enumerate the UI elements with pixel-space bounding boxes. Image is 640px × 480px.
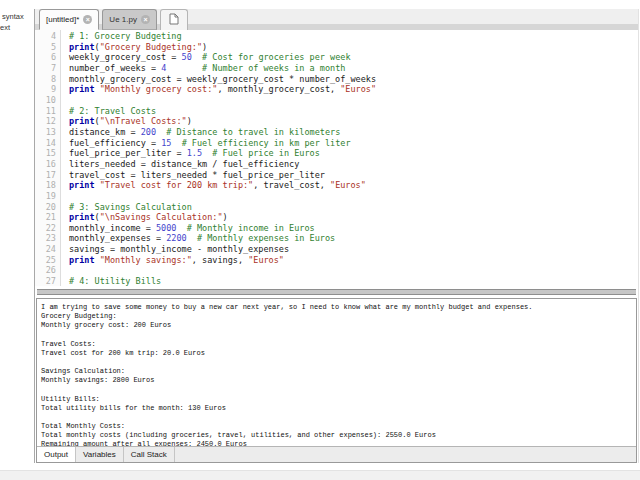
output-line: Grocery Budgeting: — [41, 312, 636, 321]
output-tab-bar: Output Variables Call Stack — [37, 446, 636, 462]
code-line: savings = monthly_income - monthly_expen… — [69, 244, 638, 255]
output-line — [41, 330, 636, 339]
code-editor[interactable]: 4567891011121314151617181920212223242526… — [35, 30, 638, 286]
code-line: # 2: Travel Costs — [69, 106, 638, 117]
code-line: print("Grocery Budgeting:") — [69, 42, 638, 53]
line-number: 21 — [35, 212, 56, 223]
line-number: 20 — [35, 202, 56, 213]
line-number: 7 — [35, 63, 56, 74]
line-number-gutter: 4567891011121314151617181920212223242526… — [35, 30, 61, 286]
cutoff-text-syntax: syntax — [2, 12, 24, 21]
code-line: print("\nTravel Costs:") — [69, 116, 638, 127]
code-text[interactable]: # 1: Grocery Budgetingprint("Grocery Bud… — [61, 30, 638, 286]
line-number: 17 — [35, 170, 56, 181]
output-line: Savings Calculation: — [41, 367, 636, 376]
new-file-button[interactable] — [160, 9, 188, 30]
line-number: 8 — [35, 74, 56, 85]
output-line — [41, 385, 636, 394]
line-number: 27 — [35, 276, 56, 286]
code-line: print "Monthly savings:", savings, "Euro… — [69, 255, 638, 266]
line-number: 13 — [35, 127, 56, 138]
splitter-handle[interactable] — [37, 289, 636, 295]
line-number: 11 — [35, 106, 56, 117]
line-number: 23 — [35, 233, 56, 244]
tab-ue1py[interactable]: Ue 1.py × — [102, 9, 157, 30]
code-line — [69, 191, 638, 202]
line-number: 15 — [35, 148, 56, 159]
output-line: Total monthly costs (including groceries… — [41, 431, 636, 440]
code-line: fuel_price_per_liter = 1.5 # Fuel price … — [69, 148, 638, 159]
code-line: print "Monthly grocery cost:", monthly_g… — [69, 84, 638, 95]
line-number: 14 — [35, 138, 56, 149]
line-number: 4 — [35, 31, 56, 42]
line-number: 19 — [35, 191, 56, 202]
output-line: Travel Costs: — [41, 340, 636, 349]
code-line: print "Travel cost for 200 km trip:", tr… — [69, 180, 638, 191]
output-line: Total Monthly Costs: — [41, 422, 636, 431]
output-line — [41, 358, 636, 367]
close-icon[interactable]: × — [141, 15, 150, 24]
code-line: print("\nSavings Calculation:") — [69, 212, 638, 223]
line-number: 25 — [35, 255, 56, 266]
code-line: monthly_income = 5000 # Monthly income i… — [69, 223, 638, 234]
line-number: 24 — [35, 244, 56, 255]
code-line: number_of_weeks = 4 # Number of weeks in… — [69, 63, 638, 74]
line-number: 10 — [35, 95, 56, 106]
output-line: Monthly grocery cost: 200 Euros — [41, 321, 636, 330]
output-line — [41, 413, 636, 422]
code-line: liters_needed = distance_km / fuel_effic… — [69, 159, 638, 170]
line-number: 26 — [35, 265, 56, 276]
code-line: # 1: Grocery Budgeting — [69, 31, 638, 42]
code-line: distance_km = 200 # Distance to travel i… — [69, 127, 638, 138]
tab-call-stack[interactable]: Call Stack — [124, 447, 175, 462]
output-line: Travel cost for 200 km trip: 20.0 Euros — [41, 349, 636, 358]
tab-output[interactable]: Output — [37, 447, 76, 462]
line-number: 16 — [35, 159, 56, 170]
output-line: Total utility bills for the month: 130 E… — [41, 404, 636, 413]
code-line: monthly_expenses = 2200 # Monthly expens… — [69, 233, 638, 244]
output-line: I am trying to save some money to buy a … — [41, 303, 636, 312]
cutoff-text-ext: ext — [0, 23, 10, 32]
line-number: 12 — [35, 116, 56, 127]
tab-untitled[interactable]: [untitled]* × — [39, 9, 99, 30]
line-number: 6 — [35, 52, 56, 63]
close-icon[interactable]: × — [83, 15, 92, 24]
line-number: 18 — [35, 180, 56, 191]
code-line — [69, 95, 638, 106]
new-file-icon — [169, 11, 179, 29]
code-line: # 3: Savings Calculation — [69, 202, 638, 213]
console-output[interactable]: I am trying to save some money to buy a … — [37, 299, 636, 446]
tab-ue1py-label: Ue 1.py — [109, 15, 137, 24]
code-line: fuel_efficiency = 15 # Fuel efficiency i… — [69, 138, 638, 149]
page-bottom-strip — [0, 470, 640, 480]
tab-variables[interactable]: Variables — [76, 447, 124, 462]
output-panel: I am trying to save some money to buy a … — [36, 298, 637, 463]
code-line: # 4: Utility Bills — [69, 276, 638, 286]
line-number: 5 — [35, 42, 56, 53]
code-line: travel_cost = liters_needed * fuel_price… — [69, 170, 638, 181]
line-number: 22 — [35, 223, 56, 234]
editor-tab-strip: [untitled]* × Ue 1.py × — [35, 9, 638, 30]
output-line: Monthly savings: 2800 Euros — [41, 376, 636, 385]
line-number: 9 — [35, 84, 56, 95]
ide-panel: [untitled]* × Ue 1.py × 4567891011121314… — [34, 9, 639, 463]
code-line: weekly_grocery_cost = 50 # Cost for groc… — [69, 52, 638, 63]
code-line — [69, 265, 638, 276]
tab-untitled-label: [untitled]* — [46, 15, 79, 24]
code-line: monthly_grocery_cost = weekly_grocery_co… — [69, 74, 638, 85]
output-line: Utility Bills: — [41, 395, 636, 404]
